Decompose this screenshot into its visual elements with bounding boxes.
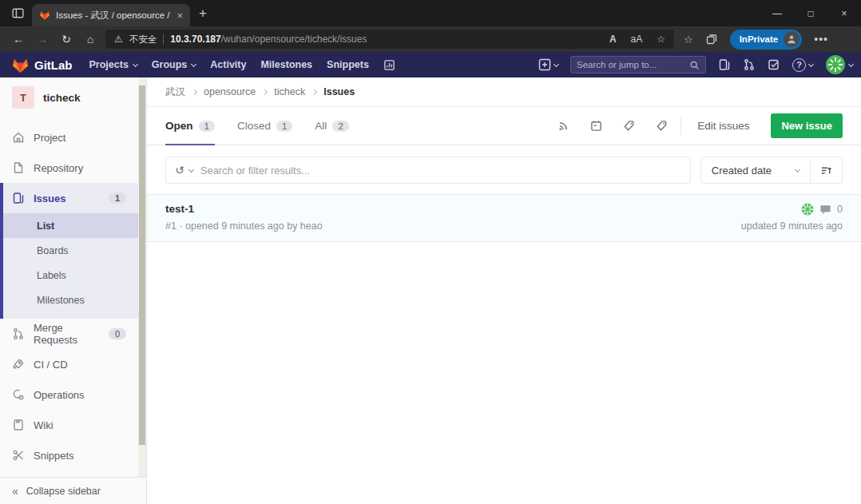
issues-dashboard-icon[interactable]: [718, 58, 731, 71]
sidebar-item-operations[interactable]: Operations: [0, 379, 146, 410]
sidebar-item-project[interactable]: Project: [0, 122, 146, 153]
user-avatar: [825, 54, 846, 75]
help-menu[interactable]: ?: [792, 58, 813, 72]
toolbar-right: ☆ InPrivate •••: [684, 30, 828, 50]
chevron-down-icon: [808, 61, 814, 66]
issue-list: test-1 #1 · opened 9 minutes ago by heao…: [147, 194, 861, 242]
browser-tab[interactable]: Issues - 武汉 / opensource / tich ×: [32, 4, 190, 26]
filter-search-input[interactable]: [200, 165, 681, 177]
tab-actions-icon[interactable]: [11, 6, 25, 20]
issue-title[interactable]: test-1: [165, 203, 323, 215]
gitlab-brand[interactable]: GitLab: [34, 58, 73, 72]
user-menu[interactable]: [825, 54, 853, 75]
assignee-avatar[interactable]: [801, 203, 814, 216]
merge-request-icon: [12, 327, 25, 340]
url-text: 10.3.70.187/wuhan/opensource/ticheck/iss…: [170, 34, 367, 45]
new-tab-button[interactable]: +: [199, 0, 207, 26]
project-sidebar: T ticheck Project Repository Issues 1: [0, 77, 147, 504]
sidebar-item-merge-requests[interactable]: Merge Requests 0: [0, 319, 146, 349]
close-button[interactable]: ×: [827, 0, 861, 26]
rss-icon[interactable]: [547, 120, 580, 132]
nav-projects[interactable]: Projects: [82, 59, 145, 70]
filter-search-box[interactable]: ↺: [165, 157, 691, 184]
favorites-bar-icon[interactable]: ☆: [684, 34, 693, 46]
issues-state-tabs: Open 1 Closed 1 All 2: [147, 107, 861, 145]
sidebar-item-issues-list[interactable]: List: [3, 213, 146, 238]
sidebar-item-repository[interactable]: Repository: [0, 153, 146, 183]
minimize-button[interactable]: —: [760, 0, 794, 26]
collections-icon[interactable]: [705, 33, 718, 46]
add-favorite-icon[interactable]: ☆: [657, 34, 665, 45]
read-aloud-icon[interactable]: A: [609, 34, 617, 45]
sidebar-scrollbar[interactable]: [138, 77, 146, 477]
maximize-button[interactable]: □: [794, 0, 827, 26]
global-search-input[interactable]: [577, 60, 689, 69]
new-menu-button[interactable]: [538, 58, 558, 71]
inprivate-badge[interactable]: InPrivate: [730, 30, 803, 50]
home-icon[interactable]: ⌂: [78, 33, 102, 46]
recent-searches-dropdown[interactable]: ↺: [175, 164, 193, 177]
edit-issues-button[interactable]: Edit issues: [684, 120, 763, 132]
translate-icon[interactable]: aA: [631, 34, 643, 45]
collapse-sidebar-button[interactable]: « Collapse sidebar: [0, 477, 146, 504]
breadcrumb-subgroup[interactable]: opensource: [204, 86, 256, 97]
tab-open[interactable]: Open 1: [165, 107, 215, 145]
browser-titlebar: Issues - 武汉 / opensource / tich × + — □ …: [0, 0, 861, 26]
chevron-right-icon: [311, 89, 317, 94]
merge-requests-icon[interactable]: [743, 58, 756, 71]
project-context[interactable]: T ticheck: [0, 77, 146, 116]
todos-icon[interactable]: [768, 58, 780, 71]
calendar-icon[interactable]: [580, 120, 613, 132]
chart-icon[interactable]: [376, 59, 403, 71]
sidebar-item-milestones[interactable]: Milestones: [3, 288, 146, 312]
issue-updated: updated 9 minutes ago: [741, 220, 843, 232]
sidebar-issues-section: Issues 1 List Boards Labels Milestones: [0, 183, 146, 319]
collapse-icon: «: [12, 485, 18, 498]
nav-activity[interactable]: Activity: [203, 59, 253, 70]
main-content: 武汉 opensource ticheck Issues Open 1 Clos…: [147, 77, 861, 504]
sort-dropdown[interactable]: Created date: [701, 157, 810, 183]
address-bar[interactable]: ⚠ 不安全 10.3.70.187/wuhan/opensource/tiche…: [105, 30, 674, 49]
issue-row[interactable]: test-1 #1 · opened 9 minutes ago by heao…: [147, 195, 861, 242]
chevron-down-icon: [191, 61, 196, 66]
tab-closed[interactable]: Closed 1: [237, 107, 292, 145]
sidebar-item-snippets[interactable]: Snippets: [0, 440, 146, 470]
issue-meta: #1 · opened 9 minutes ago by heao: [165, 220, 323, 232]
nav-groups[interactable]: Groups: [145, 59, 203, 70]
chevron-right-icon: [262, 89, 268, 94]
label-icon[interactable]: [613, 120, 645, 132]
sort-direction-button[interactable]: [810, 157, 842, 183]
sidebar-item-issues[interactable]: Issues 1: [3, 183, 146, 213]
history-icon: ↺: [175, 164, 184, 177]
gitlab-logo[interactable]: [11, 56, 30, 74]
scrollbar-thumb[interactable]: [139, 85, 145, 445]
chevron-down-icon: [133, 61, 138, 66]
sort-controls: Created date: [700, 157, 843, 184]
breadcrumb-group[interactable]: 武汉: [165, 85, 185, 99]
breadcrumb-project[interactable]: ticheck: [274, 86, 305, 97]
label-alt-icon[interactable]: [645, 120, 678, 132]
nav-milestones[interactable]: Milestones: [253, 59, 319, 70]
back-icon[interactable]: ←: [6, 33, 30, 46]
security-label: 不安全: [129, 34, 157, 46]
new-issue-button[interactable]: New issue: [771, 113, 843, 138]
sidebar-item-boards[interactable]: Boards: [3, 238, 146, 263]
sidebar-item-labels[interactable]: Labels: [3, 263, 146, 288]
nav-snippets[interactable]: Snippets: [319, 59, 376, 70]
chevron-down-icon: [188, 166, 194, 172]
url-host: 10.3.70.187: [170, 34, 220, 45]
forward-icon[interactable]: →: [30, 33, 54, 46]
sidebar-item-ci-cd[interactable]: CI / CD: [0, 349, 146, 379]
address-divider: [163, 34, 164, 45]
url-path: /wuhan/opensource/ticheck/issues: [221, 34, 367, 45]
tab-close-icon[interactable]: ×: [177, 10, 183, 21]
refresh-icon[interactable]: ↻: [54, 33, 78, 46]
rocket-icon: [12, 358, 25, 371]
breadcrumb: 武汉 opensource ticheck Issues: [147, 77, 861, 107]
gitlab-navbar: GitLab Projects Groups Activity Mileston…: [0, 52, 861, 77]
chevron-down-icon: [795, 166, 800, 172]
tab-all[interactable]: All 2: [315, 107, 348, 145]
sidebar-item-wiki[interactable]: Wiki: [0, 410, 146, 440]
global-search[interactable]: [570, 56, 706, 73]
settings-more-icon[interactable]: •••: [814, 33, 828, 46]
